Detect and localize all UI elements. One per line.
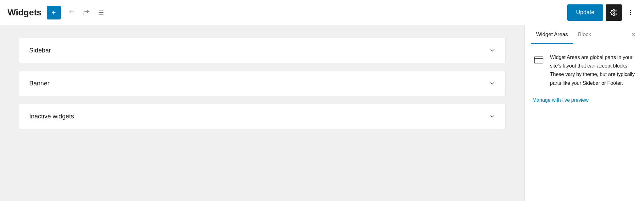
left-panel: Sidebar Banner Inactive widg: [0, 25, 525, 201]
inactive-widgets-section-title: Inactive widgets: [29, 113, 74, 120]
right-panel-header: Widget Areas Block ×: [525, 25, 644, 44]
tab-widget-areas[interactable]: Widget Areas: [531, 25, 573, 44]
inactive-widgets-section-header[interactable]: Inactive widgets: [19, 104, 505, 129]
redo-icon: [83, 9, 90, 16]
list-view-button[interactable]: [95, 7, 107, 19]
svg-point-6: [613, 12, 615, 14]
svg-point-9: [630, 14, 631, 15]
update-button[interactable]: Update: [567, 4, 603, 21]
widget-area-icon: [532, 54, 545, 66]
undo-button[interactable]: [66, 7, 78, 19]
header: Widgets +: [0, 0, 644, 25]
panel-icon-row: Widget Areas are global parts in your si…: [532, 53, 636, 87]
add-widget-button[interactable]: +: [47, 6, 61, 19]
main-content: Sidebar Banner Inactive widg: [0, 25, 644, 201]
page-title: Widgets: [8, 8, 42, 18]
redo-button[interactable]: [80, 7, 92, 19]
right-panel-content: Widget Areas are global parts in your si…: [525, 44, 644, 201]
sidebar-chevron-icon: [489, 47, 495, 54]
banner-section-header[interactable]: Banner: [19, 71, 505, 96]
inactive-widgets-chevron-icon: [489, 113, 495, 120]
tab-block[interactable]: Block: [573, 25, 596, 44]
svg-rect-10: [534, 57, 543, 63]
svg-point-8: [630, 12, 631, 13]
banner-section: Banner: [19, 71, 506, 96]
right-panel: Widget Areas Block × Widget Areas are gl…: [525, 25, 644, 201]
gear-icon: [610, 9, 617, 16]
manage-live-preview-link[interactable]: Manage with live preview: [532, 97, 589, 103]
banner-chevron-icon: [489, 80, 495, 87]
more-options-button[interactable]: [625, 7, 636, 19]
header-right: Update: [567, 4, 636, 21]
list-view-icon: [97, 9, 104, 16]
more-options-icon: [627, 9, 634, 16]
settings-button[interactable]: [606, 4, 622, 21]
sidebar-section: Sidebar: [19, 38, 506, 63]
inactive-widgets-section: Inactive widgets: [19, 104, 506, 129]
toolbar-icons: [66, 7, 107, 19]
sidebar-section-header[interactable]: Sidebar: [19, 38, 505, 63]
widget-areas-graphic-icon: [533, 54, 544, 66]
header-left: Widgets +: [8, 6, 567, 19]
undo-icon: [68, 9, 75, 16]
panel-description: Widget Areas are global parts in your si…: [550, 53, 636, 87]
banner-section-title: Banner: [29, 80, 50, 87]
sidebar-section-title: Sidebar: [29, 47, 51, 54]
close-panel-button[interactable]: ×: [629, 28, 638, 41]
svg-point-7: [630, 10, 631, 11]
